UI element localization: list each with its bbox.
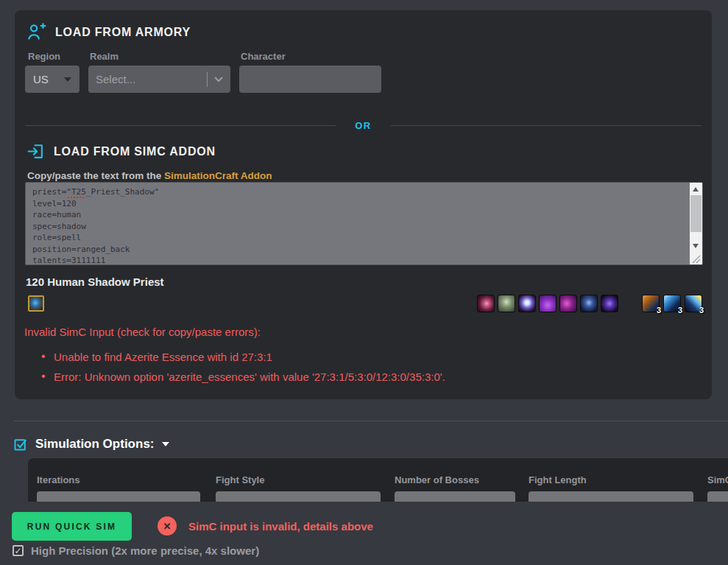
region-select[interactable]: US [25,66,79,93]
high-precision-label: High Precision (2x more precise, 4x slow… [31,544,259,557]
section-divider [13,421,728,421]
realm-placeholder: Select... [88,73,207,85]
region-label: Region [28,51,60,62]
essence-icon-2[interactable]: 3 [663,295,681,312]
talent-essence-row: 333 [477,295,702,312]
talent-icon-6[interactable] [580,295,598,312]
essence-rank-badge: 3 [678,306,682,315]
status-message: SimC input is invalid, details above [188,520,373,533]
option-field-input[interactable] [707,491,728,502]
simc-section-header: LOAD FROM SIMC ADDON [26,142,216,161]
talent-icon-7[interactable] [601,295,618,312]
option-field: Fight Length [529,474,693,502]
talent-icons-group [477,295,618,312]
scroll-up-icon[interactable] [693,187,699,192]
option-field-input[interactable] [395,491,515,502]
dropdown-triangle-icon [64,77,71,82]
option-field-input[interactable] [216,491,381,502]
character-input[interactable] [239,66,381,93]
option-field-label: SimC Version [707,474,728,485]
divider-line [25,125,336,126]
run-quick-sim-button[interactable]: RUN QUICK SIM [12,512,132,541]
option-field-input[interactable] [529,491,693,502]
or-divider: OR [25,120,702,131]
checked-checkbox-icon [13,437,28,452]
simc-input-text: priest="T25_Priest_Shadow" level=120 rac… [32,186,685,264]
talent-icon-5[interactable] [559,295,577,312]
simulationcraft-addon-link[interactable]: SimulationCraft Addon [164,170,272,181]
talent-icon-1[interactable] [477,295,495,312]
equipped-item-icon[interactable] [28,295,44,312]
textarea-resize-grip[interactable] [690,253,702,264]
option-field-input[interactable] [37,491,200,502]
select-separator [207,72,208,87]
checkbox-checked-icon[interactable]: ✓ [13,545,24,556]
talent-icon-4[interactable] [539,295,556,312]
option-field-label: Iterations [37,474,200,485]
simulation-options-header[interactable]: Simulation Options: [13,437,169,452]
realm-label: Realm [90,51,119,62]
simc-error-item: Error: Unknown option 'azerite_essences'… [41,371,445,383]
action-footer: RUN QUICK SIM ✕ SimC input is invalid, d… [0,502,728,565]
armory-title: LOAD FROM ARMORY [55,26,191,39]
high-precision-toggle[interactable]: ✓ High Precision (2x more precise, 4x sl… [13,544,259,557]
textarea-scrollbar[interactable] [690,183,702,253]
simulation-options-panel: IterationsFight StyleNumber of BossesFig… [28,458,728,502]
option-field-label: Number of Bosses [395,474,515,485]
or-label: OR [355,120,372,131]
scrollbar-thumb[interactable] [690,195,702,232]
simulation-options-title: Simulation Options: [35,437,155,452]
person-plus-icon [26,22,46,42]
talent-icon-3[interactable] [518,295,536,312]
option-field: SimC Version [707,474,728,502]
region-selected-value: US [33,73,49,85]
essence-icon-1[interactable]: 3 [642,295,660,312]
simc-error-list: Unable to find Azerite Essence with id 2… [41,351,445,390]
simc-error-item: Unable to find Azerite Essence with id 2… [41,351,445,363]
import-arrow-icon [26,142,45,161]
essence-rank-badge: 3 [657,306,661,315]
option-field: Iterations [37,474,200,502]
simc-title: LOAD FROM SIMC ADDON [54,145,216,158]
divider-line [391,125,702,126]
loader-card: LOAD FROM ARMORY Region Realm Character … [15,10,712,399]
chevron-down-icon [214,77,223,83]
simc-help-text: Copy/paste the text from the SimulationC… [27,170,272,181]
option-field: Number of Bosses [395,474,515,502]
character-label: Character [241,51,286,62]
spellcheck-underline [68,197,85,198]
essence-icons-group: 333 [642,295,702,312]
simc-error-title: Invalid SimC Input (check for copy/paste… [24,326,261,338]
character-summary: 120 Human Shadow Priest [26,276,164,288]
simc-input-textarea[interactable]: priest="T25_Priest_Shadow" level=120 rac… [25,182,703,265]
option-field: Fight Style [216,474,381,502]
scroll-down-icon[interactable] [693,244,699,248]
option-field-label: Fight Length [529,474,693,485]
realm-select[interactable]: Select... [88,66,230,93]
armory-section-header: LOAD FROM ARMORY [26,22,191,42]
talent-icon-2[interactable] [498,295,515,312]
essence-icon-3[interactable]: 3 [685,295,702,312]
option-field-label: Fight Style [216,474,381,485]
error-x-icon: ✕ [158,516,177,536]
essence-rank-badge: 3 [699,306,704,315]
caret-down-icon [162,442,169,446]
help-prefix: Copy/paste the text from the [27,170,164,181]
validation-status: ✕ SimC input is invalid, details above [158,516,373,536]
